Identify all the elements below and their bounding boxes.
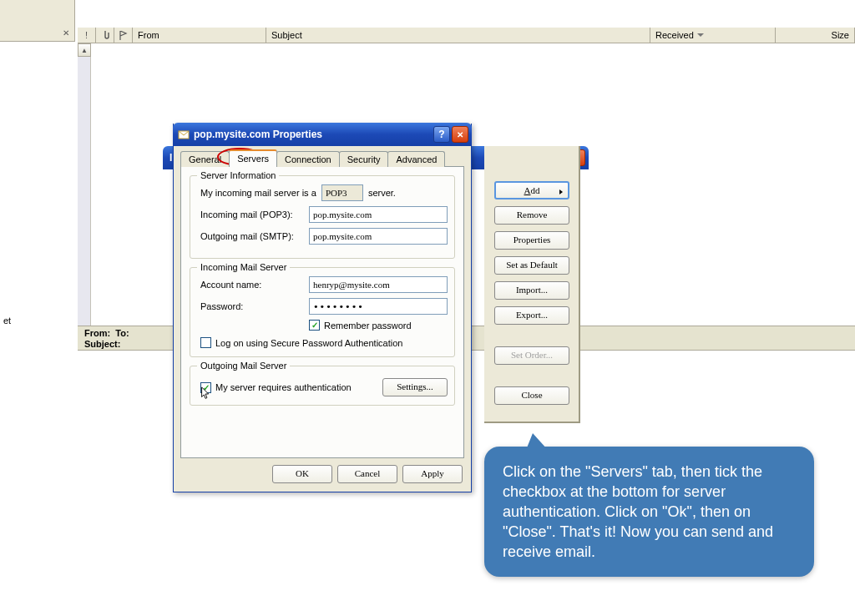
properties-button[interactable]: Properties	[494, 231, 569, 250]
incoming-type-label: My incoming mail server is a	[200, 188, 316, 198]
dialog-help-button[interactable]: ?	[433, 126, 450, 143]
server-suffix-label: server.	[368, 188, 396, 198]
group-title: Outgoing Mail Server	[197, 361, 290, 371]
outgoing-mail-label: Outgoing mail (SMTP):	[200, 231, 309, 241]
priority-column-icon[interactable]: !	[78, 28, 96, 43]
tab-advanced[interactable]: Advanced	[387, 151, 445, 167]
remember-password-checkbox[interactable]: ✓	[309, 320, 320, 331]
column-received[interactable]: Received	[650, 28, 776, 43]
incoming-mail-label: Incoming mail (POP3):	[200, 210, 309, 220]
ok-button[interactable]: OK	[272, 465, 332, 483]
tab-servers[interactable]: Servers	[229, 149, 277, 167]
group-title: Server Information	[197, 170, 279, 180]
attachment-column-icon[interactable]	[96, 28, 114, 43]
export-button[interactable]: Export...	[494, 306, 569, 325]
cursor-icon	[200, 386, 212, 401]
settings-button[interactable]: Settings...	[382, 378, 448, 396]
incoming-mail-server-group: Incoming Mail Server Account name: Passw…	[190, 267, 455, 357]
password-label: Password:	[200, 301, 309, 311]
properties-dialog: pop.mysite.com Properties ? ✕ General Se…	[173, 124, 472, 492]
column-size[interactable]: Size	[776, 28, 855, 43]
tab-connection[interactable]: Connection	[276, 151, 340, 167]
column-subject[interactable]: Subject	[266, 28, 650, 43]
apply-button[interactable]: Apply	[402, 465, 463, 483]
message-list-header: ! From Subject Received Size	[78, 27, 855, 43]
column-from[interactable]: From	[133, 28, 266, 43]
spa-checkbox[interactable]	[200, 337, 211, 348]
account-name-field[interactable]	[309, 276, 448, 293]
set-order-button: Set Order...	[494, 346, 569, 365]
server-auth-label: My server requires authentication	[215, 382, 352, 392]
tab-security[interactable]: Security	[339, 151, 389, 167]
cancel-button[interactable]: Cancel	[337, 465, 397, 483]
add-button[interactable]: Add	[494, 181, 569, 199]
dialog-title: pop.mysite.com Properties	[194, 129, 322, 140]
close-accounts-button[interactable]: Close	[494, 386, 569, 405]
spa-label: Log on using Secure Password Authenticat…	[215, 338, 402, 348]
truncated-label: et	[3, 316, 11, 326]
set-default-button[interactable]: Set as Default	[494, 256, 569, 275]
accounts-buttons-panel: Add Remove Properties Set as Default Imp…	[484, 146, 580, 423]
incoming-type-field	[321, 184, 363, 201]
account-name-label: Account name:	[200, 280, 309, 290]
dialog-close-button[interactable]: ✕	[452, 126, 468, 143]
group-title: Incoming Mail Server	[197, 262, 290, 272]
sort-desc-icon	[697, 33, 704, 37]
dialog-button-row: OK Cancel Apply	[174, 465, 471, 492]
mail-account-icon	[178, 129, 190, 140]
outgoing-mail-server-group: Outgoing Mail Server ✓ My server require…	[190, 366, 455, 406]
import-button[interactable]: Import...	[494, 281, 569, 300]
vertical-scrollbar[interactable]: ▲	[78, 43, 91, 326]
tab-general[interactable]: General	[180, 151, 230, 167]
password-field[interactable]	[309, 298, 448, 315]
properties-titlebar[interactable]: pop.mysite.com Properties ? ✕	[173, 123, 472, 146]
remember-password-label: Remember password	[324, 321, 412, 331]
outgoing-mail-field[interactable]	[309, 228, 448, 245]
incoming-mail-field[interactable]	[309, 206, 448, 223]
close-icon[interactable]: ✕	[63, 28, 71, 37]
remove-button[interactable]: Remove	[494, 206, 569, 225]
scroll-up-button[interactable]: ▲	[78, 43, 91, 57]
tab-strip: General Servers Connection Security Adva…	[174, 146, 471, 167]
flag-column-icon[interactable]	[114, 28, 133, 43]
folder-pane-stub: ✕	[0, 0, 75, 42]
server-information-group: Server Information My incoming mail serv…	[190, 175, 455, 259]
servers-tab-page: Server Information My incoming mail serv…	[180, 166, 464, 458]
instruction-callout: Click on the "Servers" tab, then tick th…	[484, 447, 814, 577]
